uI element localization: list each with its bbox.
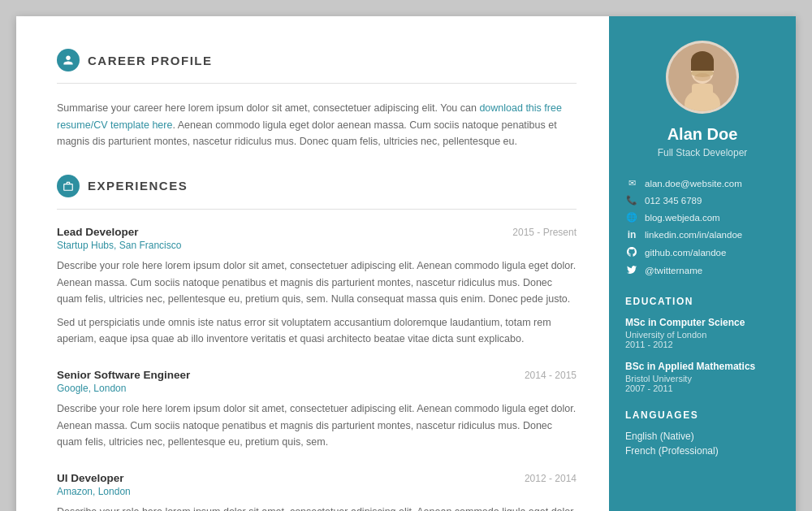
- exp-dates: 2012 - 2014: [525, 473, 577, 484]
- exp-company: Amazon, London: [57, 486, 577, 497]
- career-profile-section: CAREER PROFILE Summarise your career her…: [57, 49, 577, 150]
- career-profile-icon: [57, 49, 80, 71]
- exp-dates: 2015 - Present: [512, 227, 577, 238]
- experiences-header: EXPERIENCES: [57, 175, 577, 197]
- exp-header: UI Developer 2012 - 2014: [57, 472, 577, 484]
- experience-item: Senior Software Engineer 2014 - 2015 Goo…: [57, 369, 577, 451]
- language-item: French (Professional): [625, 445, 780, 457]
- edu-degree: MSc in Computer Science: [625, 317, 780, 328]
- profile-name: Alan Doe: [625, 125, 780, 144]
- main-content: CAREER PROFILE Summarise your career her…: [16, 16, 609, 511]
- exp-header: Lead Developer 2015 - Present: [57, 226, 577, 238]
- exp-desc1: Describe your role here lorem ipsum dolo…: [57, 401, 577, 451]
- edu-year: 2007 - 2011: [625, 383, 780, 393]
- contact-twitter: @twittername: [625, 265, 780, 276]
- resume-wrapper: CAREER PROFILE Summarise your career her…: [16, 16, 796, 511]
- experiences-title: EXPERIENCES: [88, 179, 188, 193]
- linkedin-icon: in: [625, 229, 638, 240]
- experiences-section: EXPERIENCES Lead Developer 2015 - Presen…: [57, 175, 577, 511]
- experiences-divider: [57, 209, 577, 210]
- career-profile-title: CAREER PROFILE: [88, 54, 213, 67]
- languages-title: LANGUAGES: [625, 409, 780, 421]
- experience-items-container: Lead Developer 2015 - Present Startup Hu…: [57, 226, 577, 511]
- contact-email: ✉ alan.doe@website.com: [625, 178, 780, 188]
- github-icon: [625, 247, 638, 258]
- sidebar: Alan Doe Full Stack Developer ✉ alan.doe…: [609, 16, 796, 511]
- person-icon: [63, 54, 74, 66]
- contact-github: github.com/alandoe: [625, 247, 780, 258]
- career-profile-header: CAREER PROFILE: [57, 49, 577, 71]
- career-profile-text: Summarise your career here lorem ipsum d…: [57, 100, 577, 150]
- email-icon: ✉: [625, 178, 638, 188]
- exp-desc1: Describe your role here lorem ipsum dolo…: [57, 504, 577, 511]
- profile-photo-wrapper: [625, 41, 780, 114]
- languages-items-container: English (Native)French (Professional): [625, 431, 780, 457]
- career-profile-divider: [57, 83, 577, 84]
- exp-title: UI Developer: [57, 472, 124, 484]
- education-item: MSc in Computer Science University of Lo…: [625, 317, 780, 349]
- svg-rect-3: [692, 84, 713, 100]
- edu-degree: BSc in Applied Mathematics: [625, 361, 780, 372]
- edu-school: Bristol University: [625, 374, 780, 383]
- experience-item: Lead Developer 2015 - Present Startup Hu…: [57, 226, 577, 348]
- contact-website: 🌐 blog.webjeda.com: [625, 212, 780, 223]
- profile-role: Full Stack Developer: [625, 147, 780, 158]
- svg-rect-7: [691, 61, 714, 71]
- exp-company: Startup Hubs, San Francisco: [57, 240, 577, 251]
- exp-header: Senior Software Engineer 2014 - 2015: [57, 369, 577, 381]
- exp-company: Google, London: [57, 383, 577, 394]
- contact-list: ✉ alan.doe@website.com 📞 012 345 6789 🌐 …: [625, 178, 780, 276]
- exp-title: Senior Software Engineer: [57, 369, 190, 381]
- avatar-svg: [668, 43, 736, 111]
- edu-school: University of London: [625, 330, 780, 340]
- twitter-icon: [625, 265, 638, 276]
- briefcase-icon: [63, 180, 74, 192]
- experience-item: UI Developer 2012 - 2014 Amazon, London …: [57, 472, 577, 511]
- language-item: English (Native): [625, 431, 780, 442]
- phone-icon: 📞: [625, 195, 638, 206]
- exp-title: Lead Developer: [57, 226, 139, 238]
- globe-icon: 🌐: [625, 212, 638, 223]
- education-items-container: MSc in Computer Science University of Lo…: [625, 317, 780, 393]
- profile-photo: [666, 41, 739, 114]
- contact-phone: 📞 012 345 6789: [625, 195, 780, 206]
- education-item: BSc in Applied Mathematics Bristol Unive…: [625, 361, 780, 393]
- svg-point-5: [694, 73, 710, 81]
- exp-desc1: Describe your role here lorem ipsum dolo…: [57, 258, 577, 308]
- education-title: EDUCATION: [625, 296, 780, 307]
- experiences-icon: [57, 175, 80, 197]
- exp-desc2: Sed ut perspiciatis unde omnis iste natu…: [57, 314, 577, 348]
- contact-linkedin: in linkedin.com/in/alandoe: [625, 229, 780, 240]
- exp-dates: 2014 - 2015: [525, 370, 577, 381]
- edu-year: 2011 - 2012: [625, 340, 780, 349]
